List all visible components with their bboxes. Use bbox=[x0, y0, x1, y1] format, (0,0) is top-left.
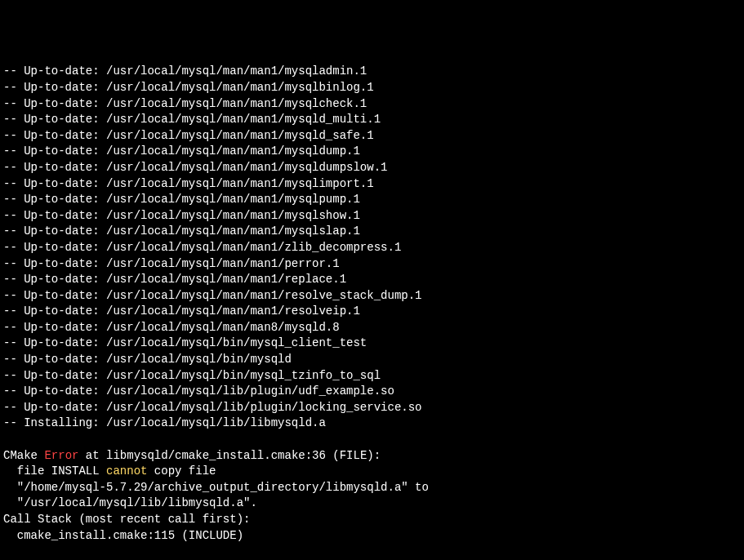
terminal-line: -- Installing: /usr/local/mysql/lib/libm… bbox=[3, 416, 741, 432]
terminal-line: -- Up-to-date: /usr/local/mysql/bin/mysq… bbox=[3, 352, 741, 368]
terminal-line: -- Up-to-date: /usr/local/mysql/lib/plug… bbox=[3, 384, 741, 400]
error-keyword: Error bbox=[44, 449, 78, 462]
terminal-line: -- Up-to-date: /usr/local/mysql/man/man1… bbox=[3, 240, 741, 256]
terminal-line: -- Up-to-date: /usr/local/mysql/man/man1… bbox=[3, 208, 741, 224]
terminal-line: Call Stack (most recent call first): bbox=[3, 512, 741, 528]
terminal-line: -- Up-to-date: /usr/local/mysql/bin/mysq… bbox=[3, 368, 741, 384]
terminal-line: -- Up-to-date: /usr/local/mysql/man/man1… bbox=[3, 192, 741, 208]
terminal-line: "/usr/local/mysql/lib/libmysqld.a". bbox=[3, 496, 741, 512]
error-prefix: CMake bbox=[3, 449, 44, 462]
terminal-line: -- Up-to-date: /usr/local/mysql/man/man1… bbox=[3, 96, 741, 113]
terminal-line: -- Up-to-date: /usr/local/mysql/man/man1… bbox=[3, 304, 741, 320]
cannot-prefix: file INSTALL bbox=[3, 464, 106, 478]
terminal-line: -- Up-to-date: /usr/local/mysql/man/man1… bbox=[3, 256, 741, 273]
terminal-line bbox=[3, 544, 741, 560]
cannot-suffix: copy file bbox=[147, 464, 216, 478]
terminal-line: CMake Error at libmysqld/cmake_install.c… bbox=[3, 448, 741, 464]
terminal-line: -- Up-to-date: /usr/local/mysql/man/man1… bbox=[3, 176, 741, 193]
terminal-line: -- Up-to-date: /usr/local/mysql/man/man1… bbox=[3, 160, 741, 176]
terminal-line: -- Up-to-date: /usr/local/mysql/man/man1… bbox=[3, 112, 741, 128]
terminal-line: "/home/mysql-5.7.29/archive_output_direc… bbox=[3, 480, 741, 496]
terminal-line: -- Up-to-date: /usr/local/mysql/man/man1… bbox=[3, 144, 741, 160]
terminal-line: cmake_install.cmake:115 (INCLUDE) bbox=[3, 528, 741, 544]
terminal-line: -- Up-to-date: /usr/local/mysql/man/man1… bbox=[3, 80, 741, 96]
terminal-line: -- Up-to-date: /usr/local/mysql/man/man8… bbox=[3, 320, 741, 336]
terminal-line: file INSTALL cannot copy file bbox=[3, 464, 741, 480]
terminal-line: -- Up-to-date: /usr/local/mysql/man/man1… bbox=[3, 128, 741, 144]
terminal-line: -- Up-to-date: /usr/local/mysql/man/man1… bbox=[3, 272, 741, 288]
terminal-line: -- Up-to-date: /usr/local/mysql/bin/mysq… bbox=[3, 336, 741, 352]
terminal-line: -- Up-to-date: /usr/local/mysql/lib/plug… bbox=[3, 400, 741, 416]
terminal-line: -- Up-to-date: /usr/local/mysql/man/man1… bbox=[3, 288, 741, 304]
terminal-line bbox=[3, 432, 741, 448]
cannot-keyword: cannot bbox=[106, 464, 147, 478]
terminal-line: -- Up-to-date: /usr/local/mysql/man/man1… bbox=[3, 224, 741, 240]
error-suffix: at libmysqld/cmake_install.cmake:36 (FIL… bbox=[78, 449, 381, 462]
terminal-output[interactable]: -- Up-to-date: /usr/local/mysql/man/man1… bbox=[3, 64, 741, 560]
terminal-line: -- Up-to-date: /usr/local/mysql/man/man1… bbox=[3, 64, 741, 80]
